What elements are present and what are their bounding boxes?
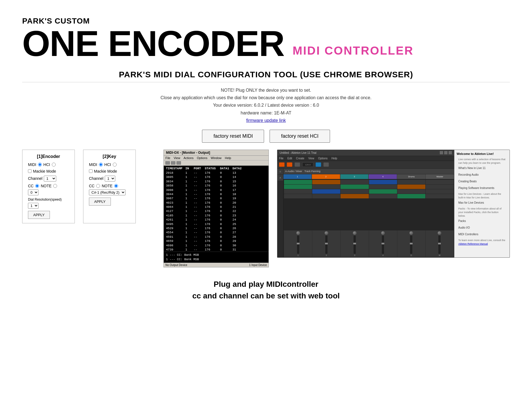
menu-help[interactable]: Help	[225, 156, 231, 160]
clip-4-5[interactable]	[397, 194, 425, 198]
encoder-channel-select[interactable]: 1234 5678 9101112 13141516	[44, 176, 56, 181]
fader-3[interactable]	[354, 236, 356, 254]
key-apply-button[interactable]: APPLY	[89, 198, 111, 206]
clip-3-6[interactable]	[426, 189, 454, 194]
encoder-hci-radio[interactable]	[52, 163, 56, 167]
vol-knob-1[interactable]	[296, 231, 300, 235]
ableton-menu-file[interactable]: File	[279, 157, 283, 160]
rail-btn-2[interactable]: A	[277, 175, 283, 181]
encoder-midi-radio[interactable]	[38, 163, 42, 167]
clip-4-1[interactable]	[284, 194, 312, 198]
fader-master[interactable]	[438, 236, 441, 254]
key-mackie-checkbox[interactable]	[89, 169, 93, 173]
encoder-cc-radio[interactable]	[35, 184, 39, 188]
encoder-dial-res-select[interactable]: 1234	[28, 203, 39, 209]
key-hci-radio[interactable]	[113, 163, 117, 167]
toolbar-btn-3[interactable]	[177, 161, 181, 165]
ableton-session-view-btn[interactable]	[316, 162, 321, 167]
ableton-menu-options[interactable]: Options	[318, 157, 328, 160]
fader-1[interactable]	[297, 236, 299, 254]
clip-4-4[interactable]	[369, 194, 397, 198]
ableton-lesson-max[interactable]: Max for Live Devices	[457, 200, 507, 206]
key-midi-radio[interactable]	[99, 163, 103, 167]
key-note-radio[interactable]	[114, 184, 118, 188]
clip-2-2[interactable]	[312, 185, 340, 189]
vol-knob-2[interactable]	[324, 231, 328, 235]
clip-2-3[interactable]	[341, 185, 369, 189]
clip-2-5[interactable]	[397, 185, 425, 189]
bpm-display[interactable]: 120.0	[302, 162, 313, 167]
ableton-menu-view[interactable]: View	[308, 157, 314, 160]
ableton-lesson-midi[interactable]: MIDI Controllers	[457, 231, 507, 237]
fader-knob-1[interactable]	[297, 243, 300, 244]
ableton-menu-create[interactable]: Create	[296, 157, 304, 160]
minimize-btn[interactable]	[440, 151, 443, 154]
clip-1-1[interactable]	[284, 180, 312, 184]
clip-3-5[interactable]	[397, 189, 425, 194]
fader-2[interactable]	[325, 236, 328, 254]
clip-2-1[interactable]	[284, 185, 312, 189]
clip-1-3[interactable]	[341, 180, 369, 184]
track-4[interactable]: 4	[369, 174, 397, 179]
track-2[interactable]: 2	[312, 174, 340, 179]
track-master[interactable]: Master	[426, 174, 454, 179]
clip-2-4[interactable]	[369, 185, 397, 189]
rail-btn-1[interactable]: S	[277, 169, 283, 175]
encoder-note-radio[interactable]	[53, 184, 57, 188]
ableton-record-btn[interactable]	[295, 162, 300, 167]
key-channel-select[interactable]: 1234	[105, 176, 115, 181]
clip-1-6[interactable]	[426, 180, 454, 184]
ableton-stop-btn[interactable]	[287, 162, 292, 167]
fader-knob-4[interactable]	[382, 243, 384, 244]
key-cc-radio[interactable]	[96, 184, 100, 188]
menu-view[interactable]: View	[174, 156, 180, 160]
fader-knob-3[interactable]	[353, 243, 356, 244]
clip-4-6[interactable]	[426, 194, 454, 198]
fader-4[interactable]	[382, 236, 384, 254]
maximize-btn[interactable]	[444, 151, 447, 154]
encoder-midi-radio-label[interactable]	[38, 163, 42, 167]
vol-knob-4[interactable]	[381, 231, 385, 235]
factory-reset-midi-button[interactable]: factory reset MIDI	[202, 130, 264, 143]
ableton-menu-help[interactable]: Help	[331, 157, 337, 160]
close-btn[interactable]	[449, 151, 452, 154]
ableton-lesson-instruments[interactable]: Playing Software Instruments	[457, 185, 507, 191]
clip-1-2[interactable]	[312, 180, 340, 184]
clip-3-4[interactable]	[369, 189, 397, 194]
toolbar-btn-2[interactable]	[171, 161, 175, 165]
fader-drums[interactable]	[410, 236, 412, 254]
key-note-value-select[interactable]: C#-1 (Rec/Rdy 2) C-1 D-1	[89, 190, 126, 195]
track-1[interactable]: 1	[283, 174, 312, 179]
ableton-lesson-beats[interactable]: Creating Beats	[457, 178, 507, 185]
clip-2-6[interactable]	[426, 185, 454, 189]
menu-actions[interactable]: Actions	[183, 156, 193, 160]
fader-knob-master[interactable]	[438, 243, 441, 244]
ableton-reference-link[interactable]: Ableton Reference Manual	[458, 242, 488, 245]
encoder-hci-radio-label[interactable]	[52, 163, 56, 167]
menu-window[interactable]: Window	[211, 156, 221, 160]
fader-knob-2[interactable]	[325, 243, 328, 244]
vol-knob-master[interactable]	[438, 231, 441, 235]
clip-1-5[interactable]	[397, 180, 425, 184]
vol-knob-drums[interactable]	[409, 231, 413, 235]
track-drums[interactable]: Drums	[397, 174, 426, 179]
ableton-lesson-audio-io[interactable]: Audio I/O	[457, 225, 507, 231]
clip-3-2[interactable]	[312, 189, 340, 194]
clip-3-3[interactable]	[341, 189, 369, 194]
ableton-arrange-view-btn[interactable]	[323, 162, 329, 167]
encoder-mackie-checkbox[interactable]	[28, 169, 32, 173]
menu-file[interactable]: File	[165, 156, 170, 160]
ableton-play-btn[interactable]	[279, 162, 285, 167]
vol-knob-3[interactable]	[353, 231, 357, 235]
clip-3-1[interactable]	[284, 189, 312, 194]
toolbar-btn-1[interactable]	[165, 161, 170, 165]
encoder-apply-button[interactable]: APPLY	[28, 211, 50, 219]
clip-1-4[interactable]	[369, 180, 397, 184]
clip-4-2[interactable]	[312, 194, 340, 198]
ableton-lesson-packs[interactable]: Packs	[457, 218, 507, 224]
menu-options[interactable]: Options	[197, 156, 207, 160]
clip-4-3[interactable]	[341, 194, 369, 198]
key-midi-radio-label[interactable]	[99, 163, 103, 167]
fader-knob-drums[interactable]	[410, 243, 413, 244]
ableton-lesson-new-live[interactable]: What's New in Live 11	[457, 165, 507, 171]
